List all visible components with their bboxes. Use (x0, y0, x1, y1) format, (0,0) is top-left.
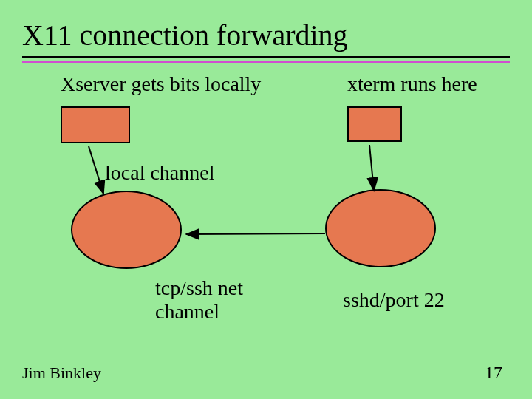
label-tcp-ssh: tcp/ssh net channel (155, 276, 243, 324)
title-underline-accent (22, 61, 510, 63)
footer-page-number: 17 (485, 363, 502, 383)
xserver-box (61, 106, 130, 143)
arrow-sshd-to-client (186, 233, 325, 234)
label-xterm: xterm runs here (347, 72, 477, 96)
label-sshd: sshd/port 22 (343, 288, 445, 312)
footer-author: Jim Binkley (22, 364, 101, 383)
page-title: X11 connection forwarding (22, 18, 348, 52)
xterm-box (347, 106, 402, 142)
sshd-ellipse (325, 189, 436, 267)
arrow-xterm-to-sshd (369, 145, 374, 191)
ssh-client-ellipse (71, 191, 182, 269)
label-local-channel: local channel (105, 161, 214, 185)
arrow-xserver-to-client (89, 146, 103, 194)
label-xserver: Xserver gets bits locally (61, 72, 261, 96)
title-underline-black (22, 56, 510, 58)
diagram-arrows (0, 0, 532, 399)
